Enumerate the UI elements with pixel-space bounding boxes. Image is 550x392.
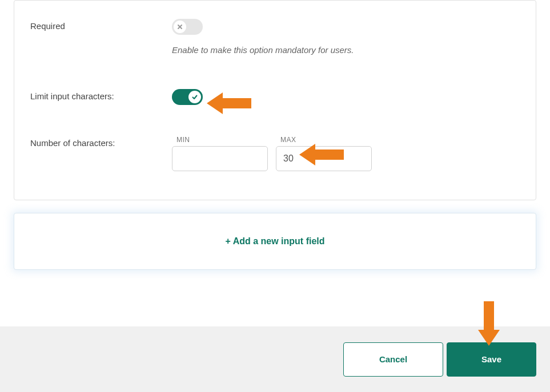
min-input[interactable] xyxy=(172,146,268,171)
required-toggle-knob xyxy=(174,21,186,33)
required-label: Required xyxy=(30,19,172,31)
limit-controls xyxy=(172,89,520,107)
limit-toggle[interactable] xyxy=(172,89,203,105)
x-icon xyxy=(177,24,183,30)
limit-label: Limit input characters: xyxy=(30,89,172,101)
required-toggle[interactable] xyxy=(172,19,203,35)
limit-row: Limit input characters: xyxy=(14,55,536,107)
footer-bar: Cancel Save xyxy=(0,326,550,392)
cancel-button-label: Cancel xyxy=(379,354,407,364)
check-icon xyxy=(191,94,198,100)
limit-toggle-knob xyxy=(188,91,201,103)
chars-label: Number of characters: xyxy=(30,136,172,148)
required-helper: Enable to make this option mandatory for… xyxy=(172,45,520,55)
required-row: Required Enable to make this option mand… xyxy=(14,1,536,55)
min-group: MIN xyxy=(172,136,268,171)
max-label: MAX xyxy=(280,136,372,144)
field-options-panel: Required Enable to make this option mand… xyxy=(14,0,536,200)
max-group: MAX xyxy=(276,136,372,171)
chars-controls: MIN MAX xyxy=(172,136,520,171)
add-input-field-label: + Add a new input field xyxy=(225,236,324,246)
save-button-label: Save xyxy=(481,354,501,364)
cancel-button[interactable]: Cancel xyxy=(343,342,443,377)
save-button[interactable]: Save xyxy=(447,342,536,377)
chars-input-pair: MIN MAX xyxy=(172,136,520,171)
required-controls: Enable to make this option mandatory for… xyxy=(172,19,520,55)
add-input-field-button[interactable]: + Add a new input field xyxy=(14,213,536,270)
chars-row: Number of characters: MIN MAX xyxy=(14,107,536,171)
min-label: MIN xyxy=(176,136,268,144)
max-input[interactable] xyxy=(276,146,372,171)
